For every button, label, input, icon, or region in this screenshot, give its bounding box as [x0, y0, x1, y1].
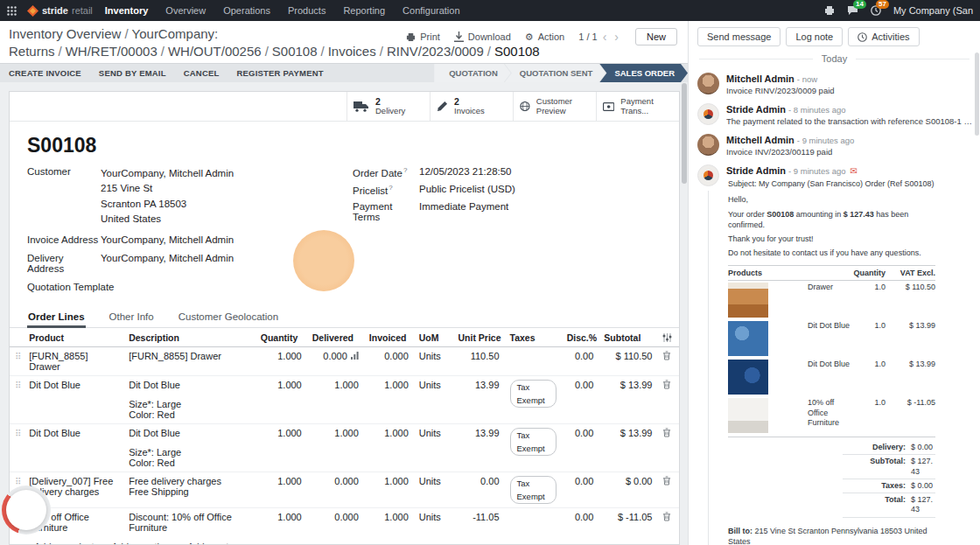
tab-customer-geolocation[interactable]: Customer Geolocation — [178, 306, 279, 327]
download-button[interactable]: Download — [454, 31, 511, 42]
drag-handle-icon[interactable]: ⠿ — [15, 381, 21, 390]
table-row[interactable]: ⠿ 10% off Office Furniture Discount: 10%… — [10, 508, 679, 537]
create-invoice-button[interactable]: CREATE INVOICE — [9, 64, 81, 82]
cell-taxes[interactable] — [505, 508, 562, 537]
status-quotation[interactable]: QUOTATION — [434, 64, 511, 82]
cell-taxes[interactable]: Tax Exempt — [505, 472, 562, 508]
cell-subtotal[interactable]: $ 0.00 — [598, 472, 657, 508]
cell-description[interactable]: Dit Dot BlueSize*: LargeColor: Red — [123, 424, 256, 472]
stride-retail-logo[interactable]: strideretail — [27, 5, 93, 17]
col-quantity[interactable]: Quantity — [256, 328, 307, 347]
drag-handle-icon[interactable]: ⠿ — [15, 477, 21, 486]
cell-quantity[interactable]: 1.000 — [256, 424, 307, 472]
pager-previous-icon[interactable]: ‹ — [600, 31, 610, 43]
delivery-stat-button[interactable]: 2Delivery — [346, 92, 430, 121]
cell-description[interactable]: Dit Dot BlueSize*: LargeColor: Red — [123, 376, 256, 424]
cell-description[interactable]: [FURN_8855] Drawer — [123, 347, 256, 376]
breadcrumb-link[interactable]: WH/OUT/00256 — [168, 44, 262, 59]
cell-unit-price[interactable]: 13.99 — [453, 376, 505, 424]
breadcrumb-link[interactable]: S00108 — [272, 44, 318, 59]
cell-quantity[interactable]: 1.000 — [256, 376, 307, 424]
cell-invoiced[interactable]: 1.000 — [364, 508, 414, 537]
cell-uom[interactable]: Units — [414, 472, 453, 508]
delete-row-icon[interactable] — [657, 508, 679, 537]
add-a-section-link[interactable]: Add a section — [112, 542, 171, 545]
new-record-button[interactable]: New — [635, 28, 677, 45]
cell-unit-price[interactable]: -11.05 — [453, 508, 505, 537]
delete-row-icon[interactable] — [657, 347, 679, 376]
col-taxes[interactable]: Taxes — [505, 328, 562, 347]
cell-invoiced[interactable]: 1.000 — [364, 376, 414, 424]
table-row[interactable]: ⠿ Dit Dot Blue Dit Dot BlueSize*: LargeC… — [10, 424, 679, 472]
cell-delivered[interactable]: 0.000 — [307, 472, 364, 508]
menu-operations[interactable]: Operations — [223, 5, 270, 16]
menu-reporting[interactable]: Reporting — [343, 5, 385, 16]
table-row[interactable]: ⠿ [Delivery_007] Free delivery charges F… — [10, 472, 679, 508]
cell-quantity[interactable]: 1.000 — [256, 508, 307, 537]
message-author[interactable]: Mitchell Admin — [726, 73, 794, 84]
table-row[interactable]: ⠿ [FURN_8855] Drawer [FURN_8855] Drawer … — [10, 347, 679, 376]
cell-description[interactable]: Free delivery chargesFree Shipping — [123, 472, 256, 508]
delete-row-icon[interactable] — [657, 376, 679, 424]
menu-configuration[interactable]: Configuration — [402, 5, 459, 16]
cell-subtotal[interactable]: $ 13.99 — [598, 424, 657, 472]
payment-transactions-button[interactable]: Payment Trans... — [596, 92, 679, 121]
avatar[interactable] — [697, 134, 719, 156]
message-author[interactable]: Stride Admin — [726, 104, 786, 115]
cell-uom[interactable]: Units — [414, 424, 453, 472]
chatter-scrollbar[interactable] — [975, 52, 979, 136]
cell-subtotal[interactable]: $ 110.50 — [598, 347, 657, 376]
col-uom[interactable]: UoM — [414, 328, 453, 347]
delete-row-icon[interactable] — [657, 424, 679, 472]
message-author[interactable]: Stride Admin — [726, 165, 786, 176]
avatar[interactable] — [697, 103, 719, 125]
breadcrumb-link[interactable]: WH/RET/00003 — [66, 44, 158, 59]
pricelist-value[interactable]: Public Pricelist (USD) — [419, 184, 515, 196]
form-scrollbar[interactable] — [682, 83, 687, 184]
order-date-value[interactable]: 12/05/2023 21:28:50 — [419, 166, 512, 178]
col-delivered[interactable]: Delivered — [307, 328, 364, 347]
cancel-button[interactable]: CANCEL — [184, 64, 220, 82]
avatar[interactable] — [697, 164, 719, 186]
invoices-stat-button[interactable]: 2Invoices — [430, 92, 513, 121]
cell-disc[interactable]: 0.00 — [562, 347, 599, 376]
cell-disc[interactable]: 0.00 — [562, 508, 599, 537]
cell-unit-price[interactable]: 0.00 — [453, 472, 505, 508]
delivery-address-value[interactable]: YourCompany, Mitchell Admin — [101, 253, 234, 274]
envelope-icon[interactable]: ✉ — [850, 166, 858, 176]
cell-subtotal[interactable]: $ 13.99 — [598, 376, 657, 424]
drag-handle-icon[interactable]: ⠿ — [15, 429, 21, 438]
cell-description[interactable]: Discount: 10% off Office Furniture — [123, 508, 256, 537]
tab-order-lines[interactable]: Order Lines — [27, 306, 86, 328]
cell-delivered[interactable]: 0.000 — [307, 508, 364, 537]
customer-preview-button[interactable]: Customer Preview — [513, 92, 596, 121]
payment-terms-value[interactable]: Immediate Payment — [419, 201, 508, 222]
cell-unit-price[interactable]: 110.50 — [453, 347, 505, 376]
cell-taxes[interactable]: Tax Exempt — [505, 376, 562, 424]
cell-delivered[interactable]: 1.000 — [307, 376, 364, 424]
print-button[interactable]: Print — [406, 31, 440, 42]
activities-clock-icon[interactable]: 57 — [871, 5, 881, 16]
col-invoiced[interactable]: Invoiced — [364, 328, 414, 347]
cell-disc[interactable]: 0.00 — [562, 424, 599, 472]
breadcrumb-link[interactable]: RINV/2023/0009 — [387, 44, 484, 59]
drag-handle-icon[interactable]: ⠿ — [15, 352, 21, 361]
cell-taxes[interactable]: Tax Exempt — [505, 424, 562, 472]
cell-invoiced[interactable]: 0.000 — [364, 347, 414, 376]
message-author[interactable]: Mitchell Admin — [726, 135, 794, 145]
cell-quantity[interactable]: 1.000 — [256, 347, 307, 376]
log-note-button[interactable]: Log note — [786, 27, 843, 46]
tab-other-info[interactable]: Other Info — [108, 306, 155, 327]
cell-disc[interactable]: 0.00 — [562, 376, 599, 424]
cell-product[interactable]: Dit Dot Blue — [24, 424, 123, 472]
breadcrumb-link[interactable]: Inventory Overview — [9, 26, 121, 41]
col-description[interactable]: Description — [123, 328, 256, 347]
col-disc[interactable]: Disc.% — [562, 328, 599, 347]
menu-overview[interactable]: Overview — [165, 5, 206, 16]
activities-button[interactable]: Activities — [848, 27, 919, 46]
table-row[interactable]: ⠿ Dit Dot Blue Dit Dot BlueSize*: LargeC… — [10, 376, 679, 424]
cell-uom[interactable]: Units — [414, 508, 453, 537]
cell-product[interactable]: Dit Dot Blue — [24, 376, 123, 424]
status-sales-order[interactable]: SALES ORDER — [599, 64, 688, 82]
cell-invoiced[interactable]: 1.000 — [364, 472, 414, 508]
